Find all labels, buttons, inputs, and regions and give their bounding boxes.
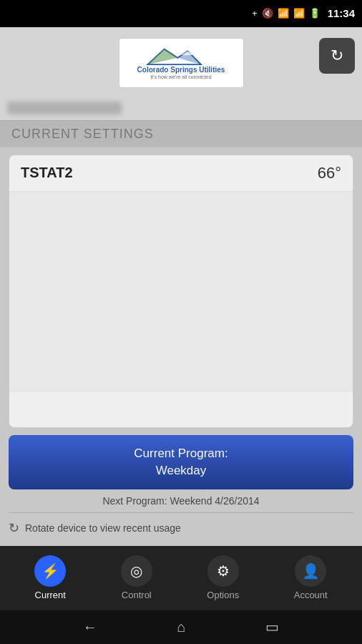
thermostat-name: TSTAT2: [21, 165, 73, 181]
options-nav-icon-circle: ⚙: [207, 555, 239, 587]
control-nav-icon-circle: ◎: [121, 555, 152, 587]
account-bar: [0, 99, 362, 120]
status-time: 11:34: [328, 7, 355, 19]
android-nav-bar: ← ⌂ ▭: [0, 610, 362, 644]
thermostat-body: [9, 192, 353, 392]
nav-label-account: Account: [294, 590, 328, 600]
home-button[interactable]: ⌂: [177, 619, 185, 635]
settings-label: CURRENT SETTINGS: [11, 127, 154, 141]
rotate-notice: ↻ Rotate device to view recent usage: [9, 516, 353, 540]
nav-item-current[interactable]: ⚡ Current: [26, 550, 74, 606]
battery-icon: 🔋: [309, 8, 321, 19]
nav-label-current: Current: [35, 590, 66, 600]
bottom-nav: ⚡ Current ◎ Control ⚙ Options 👤: [0, 546, 362, 610]
nav-label-options: Options: [207, 590, 239, 600]
next-program-text: Next Program: Weekend 4/26/2014: [9, 495, 353, 507]
nav-item-account[interactable]: 👤 Account: [285, 550, 336, 606]
nav-item-options[interactable]: ⚙ Options: [198, 550, 248, 606]
signal-icon: 📶: [293, 8, 305, 19]
header: Colorado Springs Utilities It's how we'r…: [0, 27, 362, 99]
settings-label-bar: CURRENT SETTINGS: [0, 120, 362, 147]
recent-button[interactable]: ▭: [265, 618, 279, 635]
options-nav-icon: ⚙: [217, 562, 230, 580]
control-nav-icon: ◎: [130, 562, 142, 580]
current-nav-icon: ⚡: [41, 562, 59, 580]
current-program-line1: Current Program:: [19, 445, 343, 462]
current-program-line2: Weekday: [19, 462, 343, 479]
rotate-icon: ↻: [9, 520, 19, 536]
bottom-section: Current Program: Weekday Next Program: W…: [0, 435, 362, 546]
current-program-button[interactable]: Current Program: Weekday: [9, 435, 353, 489]
account-nav-icon: 👤: [302, 562, 320, 580]
back-button[interactable]: ←: [83, 619, 97, 635]
nav-label-control: Control: [122, 590, 152, 600]
refresh-icon: ↻: [331, 47, 343, 65]
nav-item-control[interactable]: ◎ Control: [112, 550, 161, 606]
wifi-icon: 📶: [278, 8, 289, 19]
thermostat-temperature: 66°: [318, 164, 341, 182]
logo-text-main: Colorado Springs Utilities: [137, 66, 225, 74]
refresh-button[interactable]: ↻: [319, 38, 355, 74]
logo-container: Colorado Springs Utilities It's how we'r…: [119, 38, 244, 88]
divider: [9, 512, 353, 513]
mute-icon: 🔇: [262, 8, 273, 19]
svg-marker-2: [147, 49, 177, 64]
logo-text-sub: It's how we're all connected: [150, 74, 211, 79]
current-nav-icon-circle: ⚡: [34, 555, 66, 587]
rotate-text: Rotate device to view recent usage: [25, 522, 181, 534]
thermostat-header: TSTAT2 66°: [9, 155, 353, 192]
logo-mountain-icon: [138, 46, 224, 66]
svg-marker-3: [181, 52, 195, 56]
account-nav-icon-circle: 👤: [295, 555, 326, 587]
bluetooth-icon: +: [252, 8, 258, 19]
account-blur-field: [7, 102, 122, 114]
status-bar: + 🔇 📶 📶 🔋 11:34: [0, 0, 362, 27]
thermostat-card: TSTAT2 66°: [9, 155, 353, 428]
